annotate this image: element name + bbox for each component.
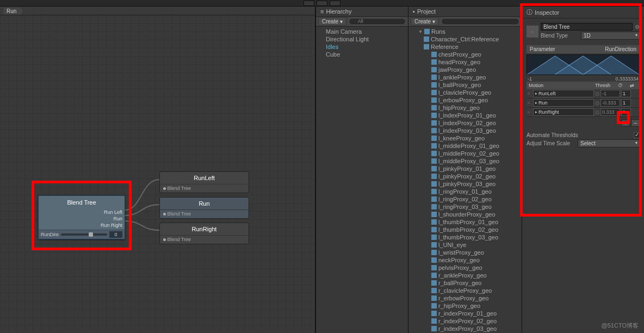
project-item[interactable]: chestProxy_geo xyxy=(408,51,522,58)
add-motion-button[interactable]: + xyxy=(621,119,630,127)
project-item[interactable]: l_indexProxy_02_geo xyxy=(408,119,522,127)
hierarchy-create-button[interactable]: Create ▾ xyxy=(318,17,346,26)
timescale-field[interactable]: 1 xyxy=(621,90,631,97)
threshold-field[interactable]: -1 xyxy=(600,90,620,97)
blend-param-slider[interactable] xyxy=(61,233,107,236)
hierarchy-search[interactable]: All xyxy=(349,18,406,25)
project-item[interactable]: r_indexProxy_01_geo xyxy=(408,310,522,317)
prefab-icon xyxy=(431,227,437,232)
project-item[interactable]: r_indexProxy_03_geo xyxy=(408,325,522,332)
project-item[interactable]: l_thumbProxy_02_geo xyxy=(408,226,522,233)
prefab-icon xyxy=(431,204,437,209)
step-button[interactable] xyxy=(330,1,340,6)
project-item[interactable]: l_ankleProxy_geo xyxy=(408,73,522,81)
animator-canvas[interactable]: Blend Tree Run Left Run Run Right RunDir… xyxy=(0,15,315,331)
project-item[interactable]: Character_Ctrl:Reference xyxy=(408,35,522,43)
motion-field[interactable]: Run xyxy=(533,99,594,107)
blend-graph[interactable] xyxy=(527,54,640,75)
blendtree-icon: ⬨ xyxy=(527,26,538,38)
project-item[interactable]: l_thumbProxy_03_geo xyxy=(408,233,522,241)
play-button[interactable] xyxy=(304,1,314,6)
blend-tree-node[interactable]: Blend Tree Run Left Run Run Right RunDir… xyxy=(38,195,125,239)
hierarchy-icon: ≡ xyxy=(320,8,324,15)
prefab-icon xyxy=(431,59,437,65)
project-search[interactable] xyxy=(441,18,519,25)
timescale-field[interactable]: 1 xyxy=(621,99,631,107)
project-item[interactable]: l_hipProxy_geo xyxy=(408,104,522,112)
project-item[interactable]: r_erbowProxy_geo xyxy=(408,294,522,302)
picker-icon[interactable]: ⊙ xyxy=(595,100,599,106)
project-item[interactable]: Reference xyxy=(408,43,522,51)
breadcrumb-item[interactable]: Run xyxy=(3,8,23,15)
project-item[interactable]: r_hipProxy_geo xyxy=(408,302,522,310)
project-item[interactable]: l_middleProxy_02_geo xyxy=(408,150,522,157)
hierarchy-item[interactable]: Idles xyxy=(316,43,408,51)
inspector-tab[interactable]: ⓘ Inspector xyxy=(522,7,644,18)
project-item[interactable]: l_ballProxy_geo xyxy=(408,81,522,89)
inspector-name-field[interactable] xyxy=(541,23,633,30)
blend-param-value[interactable]: 0 xyxy=(109,231,122,238)
project-item[interactable]: l_erbowProxy_geo xyxy=(408,96,522,104)
automate-label: Automate Thresholds xyxy=(527,132,631,138)
remove-motion-button[interactable]: − xyxy=(631,119,640,127)
project-item[interactable]: jawProxy_geo xyxy=(408,66,522,73)
adjust-timescale-dropdown[interactable]: Select xyxy=(578,139,640,147)
project-item[interactable]: l_kneeProxy_geo xyxy=(408,134,522,142)
project-item[interactable]: r_ankleProxy_geo xyxy=(408,272,522,279)
prefab-icon xyxy=(431,52,437,57)
project-item[interactable]: l_ringProxy_02_geo xyxy=(408,195,522,203)
threshold-field[interactable]: -0.333 xyxy=(600,99,620,107)
motion-row[interactable]: ≡Run⊙-0.3331 xyxy=(527,98,640,108)
blend-type-dropdown[interactable]: 1D xyxy=(581,32,640,40)
motion-node-runright[interactable]: RunRight Blend Tree xyxy=(159,223,249,244)
blend-tree-param[interactable]: RunDire 0 xyxy=(39,230,125,239)
drag-handle[interactable]: ≡ xyxy=(528,101,532,106)
project-tab[interactable]: ▪ Project xyxy=(408,7,522,17)
hierarchy-item[interactable]: Cube xyxy=(316,51,408,58)
project-item[interactable]: l_indexProxy_01_geo xyxy=(408,112,522,119)
adjust-label: Adjust Time Scale xyxy=(527,140,575,146)
motion-node-runleft[interactable]: RunLeft Blend Tree xyxy=(159,171,249,193)
hierarchy-tab[interactable]: ≡ Hierarchy xyxy=(316,7,408,17)
motion-field[interactable]: RunRight xyxy=(533,108,594,116)
parameter-name[interactable]: RunDirection xyxy=(605,46,636,52)
project-item[interactable]: r_ballProxy_geo xyxy=(408,279,522,287)
project-item[interactable]: l_ringProxy_03_geo xyxy=(408,203,522,211)
picker-icon[interactable]: ⊙ xyxy=(595,91,599,97)
project-item[interactable]: l_indexProxy_03_geo xyxy=(408,127,522,134)
project-item[interactable]: l_middleProxy_01_geo xyxy=(408,142,522,150)
project-item[interactable]: ▼ Runs xyxy=(408,28,522,35)
project-item[interactable]: l_middleProxy_03_geo xyxy=(408,157,522,165)
project-item[interactable]: l_shourderProxy_geo xyxy=(408,211,522,218)
drag-handle[interactable]: ≡ xyxy=(528,110,532,115)
project-item[interactable]: l_UNI_eye xyxy=(408,241,522,249)
project-item[interactable]: r_clavicleProxy_geo xyxy=(408,287,522,294)
project-item[interactable]: r_indexProxy_02_geo xyxy=(408,317,522,325)
automate-checkbox[interactable] xyxy=(634,132,640,138)
threshold-field[interactable]: 0.333 xyxy=(600,108,620,116)
hierarchy-item[interactable]: Main Camera xyxy=(316,28,408,35)
project-item[interactable]: headProxy_geo xyxy=(408,58,522,66)
project-item[interactable]: l_ringProxy_01_geo xyxy=(408,188,522,195)
project-item[interactable]: l_pinkyProxy_01_geo xyxy=(408,165,522,172)
project-create-button[interactable]: Create ▾ xyxy=(411,17,439,26)
motion-field[interactable]: RunLeft xyxy=(533,90,594,97)
project-item[interactable]: l_pinkyProxy_02_geo xyxy=(408,172,522,180)
parameter-header: Parameter RunDirection xyxy=(527,45,640,53)
project-item[interactable]: neckProxy_geo xyxy=(408,256,522,264)
hierarchy-item[interactable]: Directional Light xyxy=(316,35,408,43)
motion-row[interactable]: ≡RunLeft⊙-11 xyxy=(527,89,640,98)
project-item[interactable]: l_thumbProxy_01_geo xyxy=(408,218,522,226)
timescale-field[interactable]: 1 xyxy=(621,108,631,116)
project-item[interactable]: l_wristProxy_geo xyxy=(408,249,522,256)
drag-handle[interactable]: ≡ xyxy=(528,91,532,96)
motion-node-run[interactable]: Run Blend Tree xyxy=(159,197,249,219)
picker-icon[interactable]: ⊙ xyxy=(595,109,599,115)
project-item[interactable]: pelvisProxy_geo xyxy=(408,264,522,272)
pause-button[interactable] xyxy=(317,1,327,6)
project-icon: ▪ xyxy=(413,8,415,15)
motion-row[interactable]: ≡RunRight⊙0.3331 xyxy=(527,108,640,117)
gear-icon[interactable]: ⚙ xyxy=(635,24,640,30)
project-item[interactable]: l_pinkyProxy_03_geo xyxy=(408,180,522,188)
project-item[interactable]: l_clavicleProxy_geo xyxy=(408,89,522,96)
